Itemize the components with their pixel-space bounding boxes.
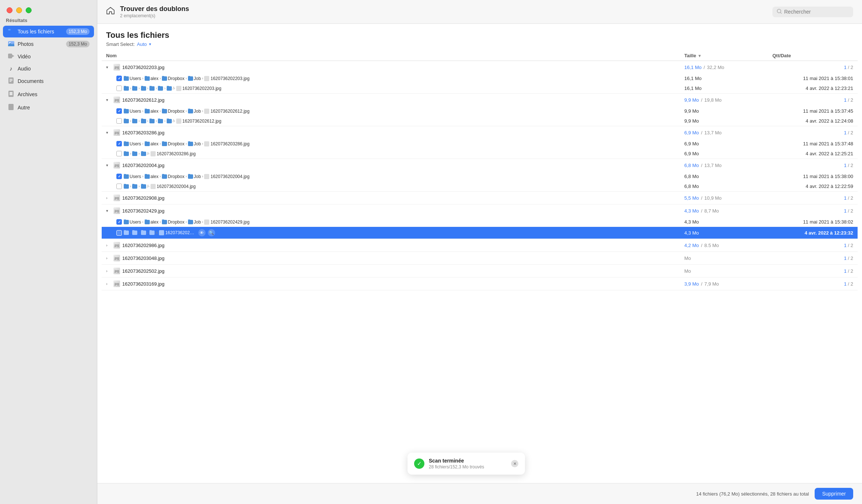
file-group: › jpg 1620736203048.jpg Mo 1 / 2 — [102, 252, 858, 265]
expand-arrow-icon[interactable]: › — [106, 269, 111, 273]
folder-icon — [124, 86, 129, 91]
svg-rect-15 — [8, 104, 14, 110]
search-zoom-icon[interactable]: 🔍 — [208, 229, 215, 236]
file-sub-row-selected[interactable]: › › › /› 1620736202… 👁 🔍 — [102, 227, 858, 239]
content-title: Tous les fichiers — [106, 30, 853, 40]
file-thumb-icon — [204, 76, 209, 81]
file-group-header[interactable]: ▾ jpg 1620736203286.jpg 6,9 Mo / 13,7 Mo… — [102, 126, 858, 139]
file-group-header[interactable]: › jpg 1620736203048.jpg Mo 1 / 2 — [102, 252, 858, 264]
qty-cell: 1 / 2 — [772, 163, 853, 168]
row-checkbox[interactable] — [116, 219, 122, 225]
row-checkbox[interactable] — [116, 76, 122, 81]
row-checkbox[interactable] — [116, 184, 122, 189]
sub-row-size: 4,3 Mo — [684, 219, 772, 225]
folder-icon — [141, 152, 146, 156]
file-sub-row[interactable]: › › › › › /› 1620736202203 — [102, 83, 858, 93]
sidebar-item-archives-label: Archives — [18, 91, 90, 97]
expand-arrow-icon[interactable]: › — [106, 256, 111, 260]
expand-arrow-icon[interactable]: ▾ — [106, 163, 111, 168]
size-cell: 4,2 Mo / 8.5 Mo — [684, 243, 772, 248]
size-cell: 16,1 Mo / 32,2 Mo — [684, 65, 772, 70]
row-checkbox[interactable] — [116, 174, 122, 179]
smart-select-label: Smart Select: — [106, 41, 135, 47]
chevron-down-icon[interactable]: ▾ — [149, 42, 151, 47]
file-sub-row[interactable]: › › /› 1620736203286.jpg 6,9 Mo 4 avr. 2… — [102, 149, 858, 159]
file-thumb-icon — [159, 230, 164, 235]
file-name-cell: › jpg 1620736203169.jpg — [106, 280, 684, 287]
folder-icon — [167, 119, 172, 123]
sub-row-size: 6,8 Mo — [684, 184, 772, 189]
file-name-cell: ▾ jpg 1620736202612.jpg — [106, 97, 684, 103]
file-sub-row[interactable]: Users › alex › Dropbox › Job › 162073620… — [102, 139, 858, 149]
archives-icon — [7, 91, 15, 98]
expand-arrow-icon[interactable]: ▾ — [106, 209, 111, 213]
smart-select-value[interactable]: Auto — [137, 41, 147, 47]
qty-cell: 1 / 2 — [772, 65, 853, 70]
size-cell: Mo — [684, 255, 772, 261]
file-sub-row[interactable]: Users › alex › Dropbox › Job › 162073620… — [102, 73, 858, 83]
expand-arrow-icon[interactable]: › — [106, 196, 111, 200]
folder-icon — [124, 174, 129, 179]
sub-row-name: Users › alex › Dropbox › Job › 162073620… — [116, 219, 684, 225]
file-sub-row[interactable]: Users › alex › Dropbox › Job › 162073620… — [102, 217, 858, 227]
file-sub-row[interactable]: › › /› 1620736202004.jpg 6,8 Mo 4 avr. 2… — [102, 181, 858, 191]
file-group-header[interactable]: › jpg 1620736202502.jpg Mo 1 / 2 — [102, 265, 858, 277]
file-group-header[interactable]: ▾ jpg 1620736202612.jpg 9,9 Mo / 19,8 Mo… — [102, 94, 858, 106]
delete-button[interactable]: Supprimer — [815, 488, 853, 500]
sub-row-name: Users › alex › Dropbox › Job › 162073620… — [116, 76, 684, 81]
file-name: 1620736202986.jpg — [122, 243, 164, 248]
file-group-header[interactable]: › jpg 1620736202908.jpg 5,5 Mo / 10,9 Mo… — [102, 192, 858, 204]
expand-arrow-icon[interactable]: ▾ — [106, 130, 111, 135]
sub-row-date: 11 mai 2021 à 15:38:01 — [772, 76, 853, 81]
maximize-button[interactable] — [26, 7, 32, 13]
row-checkbox[interactable] — [116, 118, 122, 124]
folder-icon — [162, 220, 167, 224]
row-checkbox[interactable] — [116, 86, 122, 91]
minimize-button[interactable] — [16, 7, 22, 13]
row-checkbox[interactable] — [116, 230, 122, 236]
expand-arrow-icon[interactable]: ▾ — [106, 98, 111, 102]
sidebar-item-photos[interactable]: Photos 152,3 Mo — [3, 38, 94, 50]
file-group-header[interactable]: › jpg 1620736202986.jpg 4,2 Mo / 8.5 Mo … — [102, 239, 858, 251]
sidebar-item-documents[interactable]: Documents — [3, 75, 94, 87]
toast-close-button[interactable]: ✕ — [511, 460, 518, 467]
qty-cell: 1 / 2 — [772, 208, 853, 214]
file-sub-row[interactable]: › › › › › /› 1620736202612 — [102, 116, 858, 126]
video-icon — [7, 53, 15, 59]
expand-arrow-icon[interactable]: › — [106, 243, 111, 247]
sidebar-item-other[interactable]: Autre — [3, 101, 94, 114]
sidebar-item-audio[interactable]: ♪ Audio — [3, 63, 94, 74]
close-button[interactable] — [7, 7, 12, 13]
file-sub-row[interactable]: Users › alex › Dropbox › Job › 162073620… — [102, 171, 858, 181]
file-group-header[interactable]: ▾ jpg 1620736202203.jpg 16,1 Mo / 32,2 M… — [102, 61, 858, 73]
audio-icon: ♪ — [7, 65, 15, 72]
file-type-icon: jpg — [113, 268, 120, 274]
row-checkbox[interactable] — [116, 151, 122, 156]
sidebar-item-all-files-badge: 152,3 Mo — [66, 28, 90, 35]
sub-row-date: 11 mai 2021 à 15:38:02 — [772, 219, 853, 225]
row-checkbox[interactable] — [116, 141, 122, 146]
eye-icon[interactable]: 👁 — [198, 229, 206, 236]
expand-arrow-icon[interactable]: ▾ — [106, 65, 111, 70]
file-sub-row[interactable]: Users › alex › Dropbox › Job › 162073620… — [102, 106, 858, 116]
sidebar-item-archives[interactable]: Archives — [3, 88, 94, 101]
file-group: › jpg 1620736202986.jpg 4,2 Mo / 8.5 Mo … — [102, 239, 858, 252]
row-checkbox[interactable] — [116, 108, 122, 114]
size-cell: 5,5 Mo / 10,9 Mo — [684, 195, 772, 201]
col-size[interactable]: Taille ▼ — [684, 53, 772, 58]
sidebar-item-video[interactable]: Vidéo — [3, 51, 94, 62]
search-input[interactable] — [784, 9, 849, 15]
folder-icon — [162, 76, 167, 81]
file-group-header[interactable]: ▾ jpg 1620736202004.jpg 6,8 Mo / 13,7 Mo… — [102, 159, 858, 171]
file-group-header[interactable]: ▾ jpg 1620736202429.jpg 4,3 Mo / 8,7 Mo … — [102, 204, 858, 217]
folder-icon — [145, 109, 150, 113]
file-group-header[interactable]: › jpg 1620736203169.jpg 3,9 Mo / 7,9 Mo … — [102, 278, 858, 290]
search-box[interactable] — [772, 7, 853, 17]
sidebar-item-all-files-label: Tous les fichiers — [18, 29, 63, 35]
sub-row-name: Users › alex › Dropbox › Job › 162073620… — [116, 141, 684, 146]
sidebar-item-all-files[interactable]: Tous les fichiers 152,3 Mo — [3, 26, 94, 37]
qty-cell: 1 / 2 — [772, 268, 853, 274]
sub-row-size: 6,9 Mo — [684, 141, 772, 146]
expand-arrow-icon[interactable]: › — [106, 282, 111, 286]
table-header: Nom Taille ▼ Qtt/Date — [102, 51, 858, 61]
